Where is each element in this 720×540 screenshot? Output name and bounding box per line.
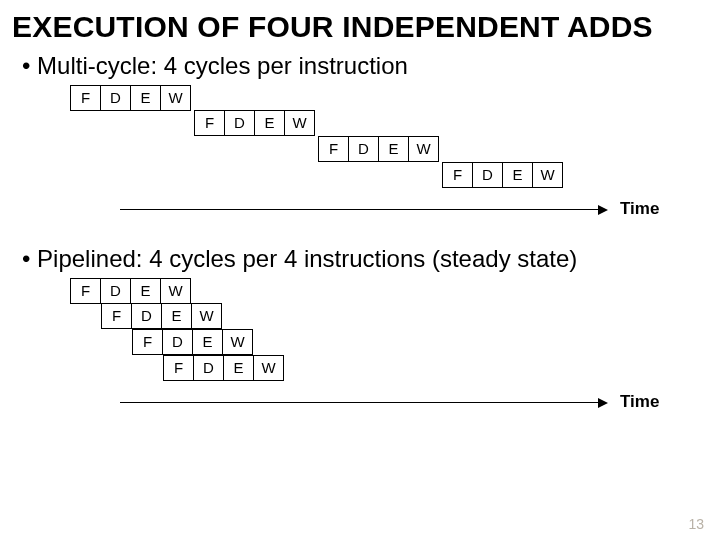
stage-cell: W [160, 85, 191, 111]
stage-cell: F [163, 355, 194, 381]
bullet-multicycle: Multi-cycle: 4 cycles per instruction [0, 48, 720, 86]
time-axis-multicycle: Time [120, 203, 620, 225]
stage-cell: D [100, 85, 131, 111]
stage-cell: W [284, 110, 315, 136]
stage-cell: W [532, 162, 563, 188]
arrowhead-icon [598, 205, 608, 215]
stage-cell: E [130, 278, 161, 304]
stage-cell: E [254, 110, 285, 136]
stage-cell: F [70, 278, 101, 304]
arrow-line [120, 402, 600, 403]
stage-cell: D [131, 303, 162, 329]
stage-cell: E [130, 85, 161, 111]
stage-cell: W [191, 303, 222, 329]
arrowhead-icon [598, 398, 608, 408]
table-row: F D E W [70, 304, 720, 330]
stage-cell: E [161, 303, 192, 329]
bullet-pipelined: Pipelined: 4 cycles per 4 instructions (… [0, 241, 720, 279]
stage-cell: W [253, 355, 284, 381]
stage-cell: F [101, 303, 132, 329]
stage-cell: D [162, 329, 193, 355]
stage-cell: F [318, 136, 349, 162]
table-row: F D E W [70, 356, 720, 382]
stage-cell: D [100, 278, 131, 304]
stage-cell: D [224, 110, 255, 136]
stage-cell: D [193, 355, 224, 381]
time-label: Time [620, 392, 659, 412]
table-row: F D E W [70, 86, 720, 111]
stage-cell: D [472, 162, 503, 188]
diagram-pipelined: F D E W F D E W F D E W F D E W [70, 279, 720, 382]
page-number: 13 [688, 516, 704, 532]
table-row: F D E W [70, 279, 720, 304]
stage-cell: E [223, 355, 254, 381]
table-row: F D E W [70, 163, 720, 189]
arrow-line [120, 209, 600, 210]
stage-cell: F [194, 110, 225, 136]
stage-cell: D [348, 136, 379, 162]
stage-cell: W [160, 278, 191, 304]
stage-cell: E [192, 329, 223, 355]
stage-cell: F [132, 329, 163, 355]
table-row: F D E W [70, 111, 720, 137]
table-row: F D E W [70, 137, 720, 163]
stage-cell: W [408, 136, 439, 162]
stage-cell: E [502, 162, 533, 188]
slide-title: EXECUTION OF FOUR INDEPENDENT ADDS [0, 0, 720, 48]
time-axis-pipelined: Time [120, 396, 620, 418]
stage-cell: E [378, 136, 409, 162]
stage-cell: F [442, 162, 473, 188]
table-row: F D E W [70, 330, 720, 356]
stage-cell: W [222, 329, 253, 355]
diagram-multicycle: F D E W F D E W F D E W F D E W [70, 86, 720, 189]
stage-cell: F [70, 85, 101, 111]
time-label: Time [620, 199, 659, 219]
